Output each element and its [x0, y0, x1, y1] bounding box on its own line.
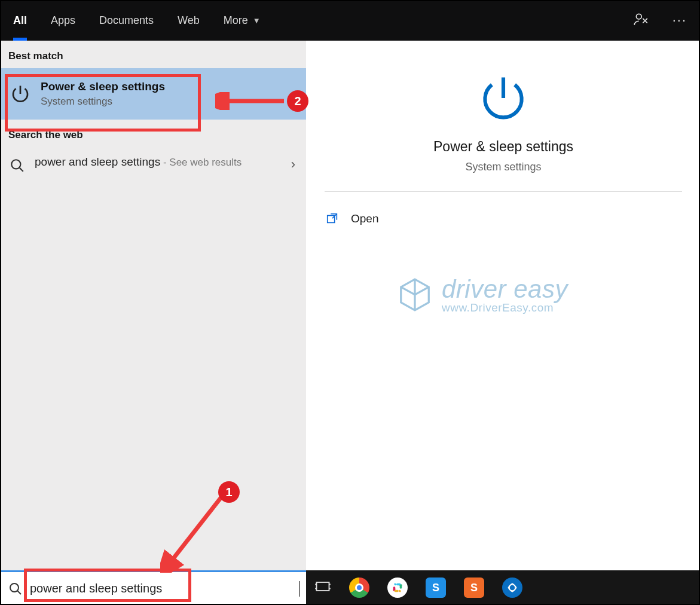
filter-tabs: All Apps Documents Web More ▼	[13, 0, 261, 41]
open-icon	[326, 212, 339, 225]
section-search-web: Search the web	[0, 120, 306, 147]
result-preview-pane: Power & sleep settings System settings O…	[306, 41, 700, 570]
best-match-result[interactable]: Power & sleep settings System settings	[0, 68, 306, 120]
search-input[interactable]	[30, 582, 297, 595]
tab-more[interactable]: More ▼	[224, 0, 261, 41]
svg-point-0	[636, 14, 641, 19]
search-filter-bar: All Apps Documents Web More ▼ ···	[0, 0, 700, 41]
watermark-brand: driver easy	[442, 275, 568, 304]
search-box[interactable]	[0, 570, 306, 605]
snagit-icon[interactable]: S	[426, 578, 446, 598]
search-results-area: Best match Power & sleep settings System…	[0, 41, 700, 570]
tab-more-label: More	[224, 14, 248, 27]
slack-icon[interactable]	[387, 578, 408, 598]
search-icon	[8, 582, 23, 596]
web-result-text: power and sleep settings - See web resul…	[35, 155, 242, 169]
power-icon	[476, 71, 531, 126]
watermark: driver easy www.DriverEasy.com	[396, 275, 568, 314]
search-icon	[10, 158, 25, 173]
svg-rect-8	[395, 590, 399, 592]
preview-header: Power & sleep settings System settings	[325, 41, 682, 192]
svg-point-1	[11, 160, 20, 169]
topbar-right-controls: ···	[633, 11, 687, 29]
feedback-icon[interactable]	[633, 11, 649, 29]
preview-subtitle: System settings	[465, 161, 541, 173]
task-view-icon[interactable]	[314, 578, 331, 597]
svg-point-3	[10, 583, 19, 592]
text-cursor	[299, 581, 300, 597]
chevron-down-icon: ▼	[253, 16, 261, 25]
taskbar-tray: S S	[306, 570, 700, 605]
snagit-editor-icon[interactable]: S	[464, 578, 484, 598]
tab-all[interactable]: All	[13, 0, 27, 41]
section-best-match: Best match	[0, 41, 306, 68]
chevron-right-icon: ›	[291, 157, 295, 172]
web-result[interactable]: power and sleep settings - See web resul…	[0, 147, 306, 182]
open-label: Open	[351, 212, 378, 225]
cube-icon	[396, 276, 433, 313]
best-match-text: Power & sleep settings System settings	[41, 80, 165, 108]
tab-documents[interactable]: Documents	[99, 0, 154, 41]
best-match-subtitle: System settings	[41, 96, 165, 108]
best-match-title: Power & sleep settings	[41, 80, 165, 93]
svg-rect-4	[317, 582, 329, 591]
chrome-icon[interactable]	[349, 578, 369, 598]
web-result-suffix: - See web results	[160, 157, 242, 168]
preview-title: Power & sleep settings	[433, 139, 573, 155]
open-action[interactable]: Open	[307, 192, 700, 246]
svg-rect-7	[400, 585, 402, 589]
power-icon	[10, 83, 31, 105]
results-list-pane: Best match Power & sleep settings System…	[0, 41, 306, 570]
web-result-query: power and sleep settings	[35, 155, 160, 168]
more-options-icon[interactable]: ···	[673, 13, 687, 28]
battlenet-icon[interactable]	[502, 578, 522, 598]
tab-apps[interactable]: Apps	[51, 0, 75, 41]
taskbar: S S	[0, 570, 700, 605]
tab-web[interactable]: Web	[178, 0, 200, 41]
watermark-url: www.DriverEasy.com	[442, 301, 568, 314]
